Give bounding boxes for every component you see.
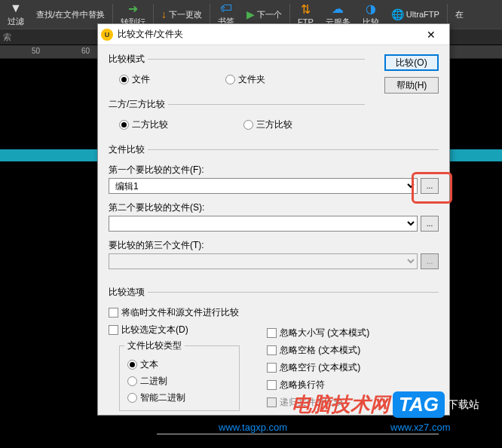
file2-combo[interactable] (109, 216, 418, 232)
ultraftp-icon: 🌐 (391, 8, 404, 20)
tiling-legend: 编辑器平铺 (106, 428, 157, 440)
next-change-icon: ↓ (161, 8, 167, 20)
ignore-space-checkbox[interactable]: 忽略空格 (文本模式) (267, 344, 369, 357)
file2-browse-button[interactable]: ... (421, 216, 439, 232)
file1-label: 第一个要比较的文件(F): (109, 164, 439, 176)
way-legend: 二方/三方比较 (106, 98, 168, 111)
file-compare-legend: 文件比较 (106, 143, 148, 156)
bookmark-icon: 🏷 (220, 2, 232, 15)
file1-browse-button[interactable]: ... (421, 178, 439, 194)
goto-icon: ➜ (128, 2, 138, 16)
cloud-icon: ☁ (332, 2, 344, 16)
next-icon: ▶ (246, 8, 255, 20)
two-way-radio[interactable]: 二方比较 (119, 118, 168, 131)
watermark-url1: www.tagxp.com (219, 422, 287, 433)
toolbar-filter[interactable]: ▼ 过滤 (2, 0, 30, 29)
close-button[interactable]: ✕ (416, 25, 446, 44)
compare-button[interactable]: 比较(O) (384, 54, 439, 71)
type-text-radio[interactable]: 文本 (127, 358, 231, 371)
file1-combo[interactable]: 编辑1 (109, 178, 418, 194)
temp-source-checkbox[interactable]: 将临时文件和源文件进行比较 (109, 306, 439, 319)
file3-browse-button: ... (421, 253, 439, 269)
file-type-legend: 文件比较类型 (124, 339, 185, 352)
app-icon: U (101, 29, 113, 41)
compare-options-legend: 比较选项 (106, 286, 148, 299)
dialog-title: 比较文件/文件夹 (118, 28, 416, 41)
type-binary-radio[interactable]: 二进制 (127, 375, 231, 388)
watermark: 电脑技术网 TAG 下载站 (292, 391, 479, 418)
file-type-group: 文件比较类型 文本 二进制 智能二进制 (119, 339, 240, 411)
compare-dialog: U 比较文件/文件夹 ✕ 比较(O) 帮助(H) 比较模式 文件 文件夹 二方/… (97, 23, 450, 416)
way-group: 二方/三方比较 二方比较 三方比较 (109, 98, 365, 139)
file2-label: 第二个要比较的文件(S): (109, 201, 439, 214)
file3-label: 要比较的第三个文件(T): (109, 239, 439, 252)
compare-mode-legend: 比较模式 (106, 53, 148, 66)
compare-icon: ◑ (366, 2, 376, 16)
ignore-blank-checkbox[interactable]: 忽略空行 (文本模式) (267, 361, 369, 374)
mode-file-radio[interactable]: 文件 (119, 73, 150, 86)
ftp-icon: ⇅ (301, 2, 311, 17)
file-compare-group: 文件比较 第一个要比较的文件(F): 编辑1 ... 第二个要比较的文件(S):… (109, 143, 439, 275)
ignore-case-checkbox[interactable]: 忽略大小写 (文本模式) (267, 327, 369, 339)
file3-combo (109, 253, 418, 269)
type-smart-binary-radio[interactable]: 智能二进制 (127, 391, 231, 404)
mode-folder-radio[interactable]: 文件夹 (225, 73, 265, 86)
filter-icon: ▼ (10, 2, 22, 15)
compare-mode-group: 比较模式 文件 文件夹 (109, 53, 365, 94)
watermark-url2: www.xz7.com (390, 422, 450, 433)
ignore-lf-checkbox[interactable]: 忽略换行符 (267, 379, 369, 391)
three-way-radio[interactable]: 三方比较 (243, 118, 292, 131)
selected-text-checkbox[interactable]: 比较选定文本(D) (109, 324, 267, 336)
help-button[interactable]: 帮助(H) (384, 77, 439, 94)
dialog-titlebar[interactable]: U 比较文件/文件夹 ✕ (98, 24, 449, 45)
toolbar-in[interactable]: 在 (449, 0, 470, 29)
